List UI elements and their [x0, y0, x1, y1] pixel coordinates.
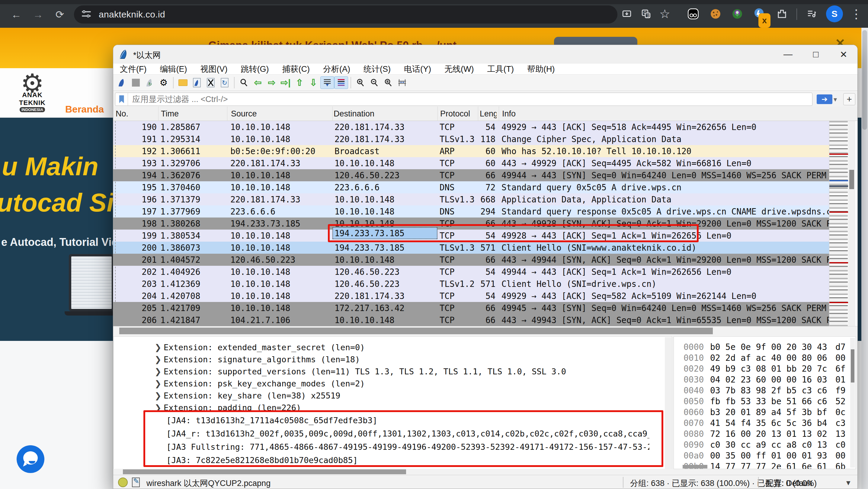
forward-icon[interactable]: →: [30, 7, 46, 22]
expand-chevron-icon[interactable]: ❯: [155, 391, 161, 401]
reload-file-icon[interactable]: ↻: [218, 76, 231, 89]
start-capture-icon[interactable]: [115, 76, 129, 89]
ja-fingerprint-line[interactable]: [JA3 Fullstring: 771,4865-4866-4867-4919…: [166, 442, 649, 456]
col-destination[interactable]: Destination: [334, 109, 374, 119]
packet-row[interactable]: 202 1.404926 10.10.10.148 120.46.50.223 …: [113, 266, 829, 278]
packet-row[interactable]: 193 1.329706 220.181.174.33 10.10.10.148…: [113, 157, 829, 169]
hex-scrollbar[interactable]: [850, 338, 855, 467]
packet-row[interactable]: 200 1.386073 10.10.10.148 194.233.73.185…: [113, 241, 829, 254]
menu-item[interactable]: 统计(S): [364, 64, 391, 74]
details-scrollbar[interactable]: [665, 337, 672, 469]
menu-item[interactable]: 电话(Y): [404, 64, 431, 74]
packet-row[interactable]: 205 1.421709 10.10.10.148 172.217.163.42…: [113, 302, 829, 314]
open-file-icon[interactable]: [176, 76, 190, 89]
close-icon[interactable]: ✕: [830, 45, 858, 64]
col-length[interactable]: Length: [480, 109, 497, 119]
display-filter-bar[interactable]: [115, 93, 812, 106]
packet-row[interactable]: 192 1.306611 b0:5e:0e:9f:00:20 Broadcast…: [113, 145, 829, 157]
go-first-icon[interactable]: ⇧: [292, 76, 306, 89]
close-file-icon[interactable]: [204, 76, 218, 89]
menu-item[interactable]: 分析(A): [323, 64, 350, 74]
profile-label[interactable]: 配置: Default: [765, 478, 812, 489]
details-hscrollbar[interactable]: [113, 469, 672, 475]
reading-list-icon[interactable]: [804, 7, 819, 21]
menu-item[interactable]: 文件(F): [120, 64, 147, 74]
ja-fingerprint-line[interactable]: [JA4: t13d1613h2_1711a4c0508c_65df7edfe3…: [166, 416, 649, 429]
packet-list-scrollbar[interactable]: [848, 121, 855, 326]
find-packet-icon[interactable]: [237, 76, 251, 89]
ja-fingerprint-line[interactable]: [JA4_r: t13d1613h2_002f,0035,009c,009d,0…: [166, 429, 649, 442]
browser-menu-icon[interactable]: ⋮: [849, 7, 864, 21]
extension-goggles-icon[interactable]: [686, 7, 701, 21]
col-info[interactable]: Info: [502, 109, 516, 119]
detail-line[interactable]: ❯ Extension: signature_algorithms (len=1…: [164, 355, 360, 367]
profile-avatar[interactable]: S: [826, 5, 843, 22]
packet-row[interactable]: 201 1.404572 120.46.50.223 10.10.10.148 …: [113, 254, 829, 266]
expand-chevron-icon[interactable]: ❯: [155, 343, 161, 352]
packet-list-hscrollbar[interactable]: [113, 326, 858, 335]
menu-item[interactable]: 无线(W): [444, 64, 474, 74]
wireshark-titlebar[interactable]: *以太网 — □ ✕: [113, 45, 858, 64]
menu-item[interactable]: 跳转(G): [241, 64, 269, 74]
expert-info-icon[interactable]: [118, 478, 128, 487]
filter-dropdown-caret[interactable]: ▾: [834, 96, 837, 103]
packet-minimap[interactable]: [829, 121, 848, 326]
col-source[interactable]: Source: [231, 109, 257, 119]
packet-row[interactable]: 194 1.362076 10.10.10.148 120.46.50.223 …: [113, 169, 829, 181]
stop-capture-icon[interactable]: [129, 76, 143, 89]
save-cast-icon[interactable]: [620, 7, 634, 21]
packet-row[interactable]: 204 1.420708 10.10.10.148 220.181.174.33…: [113, 290, 829, 302]
detail-line[interactable]: ❯ Extension: psk_key_exchange_modes (len…: [164, 379, 365, 391]
extensions-puzzle-icon[interactable]: [775, 7, 789, 21]
go-to-packet-icon[interactable]: ⇨|: [279, 76, 292, 89]
back-icon[interactable]: ←: [8, 7, 24, 22]
ja-fingerprint-line[interactable]: [JA3: 7c822e5e821268e8bd01b70e9cad0b85]: [166, 456, 649, 469]
menu-item[interactable]: 捕获(C): [282, 64, 309, 74]
colorize-icon[interactable]: [334, 76, 348, 89]
packet-row[interactable]: 195 1.370460 10.10.10.148 223.6.6.6 DNS …: [113, 181, 829, 193]
restart-capture-icon[interactable]: ↻: [143, 76, 157, 89]
reload-icon[interactable]: ⟳: [52, 7, 68, 22]
filter-bookmark-icon[interactable]: [115, 93, 128, 106]
filter-apply-icon[interactable]: ➔: [817, 94, 832, 104]
packet-row[interactable]: 196 1.371379 220.181.174.33 10.10.10.148…: [113, 193, 829, 205]
menu-item[interactable]: 工具(T): [487, 64, 514, 74]
menu-item[interactable]: 视图(V): [200, 64, 227, 74]
menu-item[interactable]: 帮助(H): [527, 64, 555, 74]
detail-line[interactable]: ❯ Extension: supported_versions (len=11)…: [164, 367, 566, 379]
chat-widget-button[interactable]: [17, 445, 44, 473]
col-protocol[interactable]: Protocol: [440, 109, 470, 119]
address-bar[interactable]: anakteknik.co.id: [74, 5, 617, 24]
extension-cookie-icon[interactable]: [708, 7, 723, 21]
display-filter-input[interactable]: [128, 95, 812, 104]
expand-chevron-icon[interactable]: ❯: [155, 355, 161, 364]
packet-row[interactable]: 197 1.377969 223.6.6.6 10.10.10.148 DNS …: [113, 205, 829, 218]
resize-columns-icon[interactable]: [395, 76, 409, 89]
nav-item-beranda[interactable]: Beranda: [65, 104, 104, 115]
filter-add-button[interactable]: +: [843, 93, 855, 105]
minimize-icon[interactable]: —: [774, 45, 802, 64]
col-time[interactable]: Time: [161, 109, 179, 119]
save-file-icon[interactable]: [190, 76, 204, 89]
capture-comment-icon[interactable]: [132, 478, 140, 487]
zoom-in-icon[interactable]: [353, 76, 367, 89]
go-last-icon[interactable]: ⇩: [306, 76, 320, 89]
site-logo[interactable]: ⚙ ANAK TEKNIK INDONESIA: [13, 71, 52, 112]
detail-line[interactable]: ❯ Extension: key_share (len=38) x25519: [164, 391, 340, 403]
packet-row[interactable]: 190 1.285867 10.10.10.148 220.181.174.33…: [113, 121, 829, 133]
site-settings-icon[interactable]: [82, 10, 92, 19]
zoom-out-icon[interactable]: [367, 76, 381, 89]
packet-row[interactable]: 203 1.412369 10.10.10.148 120.46.50.223 …: [113, 278, 829, 290]
bookmark-star-icon[interactable]: ☆: [657, 7, 672, 21]
auto-scroll-icon[interactable]: [320, 76, 334, 89]
col-no[interactable]: No.: [116, 109, 128, 119]
zoom-reset-icon[interactable]: [381, 76, 395, 89]
detail-line[interactable]: ❯ Extension: extended_master_secret (len…: [164, 343, 365, 355]
go-back-icon[interactable]: ⇦: [251, 76, 265, 89]
extension-idm-icon[interactable]: [730, 7, 745, 21]
hex-hscrollbar[interactable]: [675, 465, 850, 468]
expand-chevron-icon[interactable]: ❯: [155, 367, 161, 377]
menu-item[interactable]: 编辑(E): [160, 64, 187, 74]
url-text[interactable]: anakteknik.co.id: [99, 9, 165, 20]
capture-options-icon[interactable]: ⚙: [157, 76, 170, 89]
